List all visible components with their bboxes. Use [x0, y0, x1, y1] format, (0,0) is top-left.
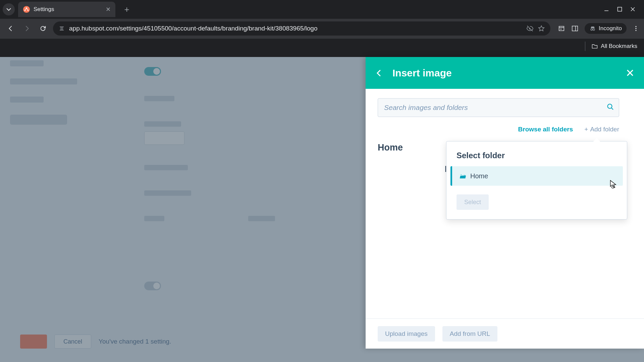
window-controls: [604, 7, 641, 12]
svg-point-8: [635, 26, 636, 27]
minimize-button[interactable]: [604, 7, 609, 12]
arrow-left-icon: [7, 25, 14, 32]
folder-actions: Browse all folders + Add folder: [378, 126, 619, 133]
search-input[interactable]: [378, 98, 619, 117]
forward-button[interactable]: [21, 22, 33, 35]
incognito-icon: [589, 25, 596, 32]
drawer-body: Browse all folders + Add folder Home N S…: [366, 89, 644, 318]
maximize-button[interactable]: [617, 7, 622, 12]
add-from-url-button[interactable]: Add from URL: [442, 326, 497, 342]
page-content: Cancel You've changed 1 setting. Insert …: [0, 57, 644, 362]
popover-title: Select folder: [446, 151, 627, 166]
insert-image-drawer: Insert image ✕ Browse all folders + Add …: [366, 57, 644, 349]
reload-button[interactable]: [37, 22, 49, 35]
incognito-chip[interactable]: Incognito: [585, 23, 627, 34]
media-icon[interactable]: [558, 25, 565, 32]
star-icon[interactable]: [538, 25, 545, 32]
svg-rect-5: [572, 26, 578, 31]
svg-point-10: [635, 30, 636, 31]
tab-bar: Settings ✕ +: [0, 0, 644, 19]
svg-point-7: [593, 29, 595, 31]
browser-chrome: Settings ✕ + app.hubspot.com/s: [0, 0, 644, 57]
folder-open-icon: [459, 172, 466, 180]
search-button[interactable]: [606, 103, 614, 111]
select-folder-button[interactable]: Select: [457, 194, 489, 210]
bookmarks-bar: All Bookmarks: [0, 38, 644, 54]
svg-point-0: [23, 6, 30, 13]
chevron-down-icon: [6, 7, 11, 12]
search-icon: [606, 103, 614, 111]
drawer-title: Insert image: [392, 67, 616, 79]
tab-search-button[interactable]: [3, 3, 15, 15]
drawer-header: Insert image ✕: [366, 57, 644, 89]
incognito-label: Incognito: [599, 25, 622, 32]
drawer-footer: Upload images Add from URL: [366, 318, 644, 349]
drawer-close-button[interactable]: ✕: [626, 67, 635, 79]
eye-off-icon[interactable]: [526, 25, 534, 32]
browse-all-folders-link[interactable]: Browse all folders: [518, 126, 573, 133]
site-settings-icon[interactable]: [58, 25, 65, 32]
plus-icon: +: [584, 126, 588, 133]
folder-option-label: Home: [470, 172, 488, 180]
drawer-back-button[interactable]: [375, 69, 383, 77]
select-folder-popover: Select folder Home Select: [446, 141, 627, 220]
folder-icon: [591, 43, 598, 50]
hubspot-favicon-icon: [23, 6, 30, 13]
tab-close-button[interactable]: ✕: [106, 6, 111, 13]
new-tab-button[interactable]: +: [121, 3, 133, 15]
svg-point-6: [591, 29, 592, 31]
close-window-button[interactable]: [630, 7, 635, 12]
all-bookmarks-button[interactable]: All Bookmarks: [591, 43, 637, 50]
divider: [585, 42, 585, 51]
svg-rect-4: [618, 7, 622, 11]
folder-option-home[interactable]: Home: [450, 166, 623, 186]
minimize-icon: [604, 7, 609, 12]
arrow-right-icon: [23, 25, 31, 32]
search-wrap: [378, 98, 619, 117]
add-folder-label: Add folder: [590, 126, 619, 133]
back-button[interactable]: [5, 22, 17, 35]
nav-bar: app.hubspot.com/settings/45105500/accoun…: [0, 19, 644, 38]
kebab-menu-icon[interactable]: [633, 25, 639, 32]
tab-title: Settings: [34, 6, 102, 13]
url-bar[interactable]: app.hubspot.com/settings/45105500/accoun…: [53, 21, 550, 36]
svg-point-12: [612, 186, 614, 188]
browser-tab[interactable]: Settings ✕: [18, 2, 115, 17]
all-bookmarks-label: All Bookmarks: [601, 43, 637, 50]
maximize-icon: [617, 7, 622, 12]
toolbar-right: Incognito: [558, 23, 639, 34]
svg-point-9: [635, 28, 636, 29]
side-panel-icon[interactable]: [571, 25, 579, 32]
reload-icon: [39, 25, 47, 32]
close-icon: [630, 7, 635, 12]
add-folder-link[interactable]: + Add folder: [584, 126, 619, 133]
chevron-left-icon: [375, 69, 383, 77]
upload-images-button[interactable]: Upload images: [378, 326, 435, 342]
url-text: app.hubspot.com/settings/45105500/accoun…: [69, 25, 522, 32]
svg-point-11: [608, 104, 612, 109]
